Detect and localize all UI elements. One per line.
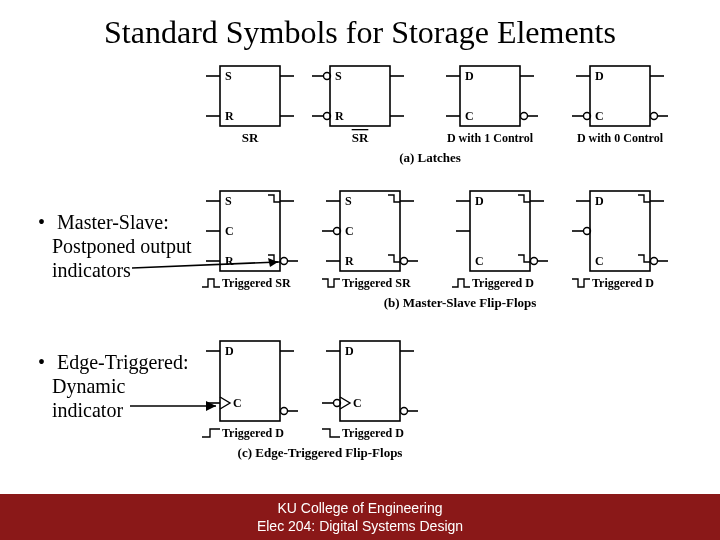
row-a-latches: S R SR S R SR D C D with 1 Cont: [200, 60, 720, 170]
pin-r: R: [345, 254, 354, 268]
pin-c: C: [353, 396, 362, 410]
bubble-icon: [521, 113, 528, 120]
postponed-output-icon: [638, 255, 650, 262]
row-a-caption: (a) Latches: [399, 150, 461, 165]
pin-d: D: [475, 194, 484, 208]
svg-line-52: [132, 262, 278, 268]
dynamic-indicator-icon: [340, 397, 350, 409]
bullet-dot-icon: •: [38, 350, 52, 374]
bubble-icon: [651, 113, 658, 120]
pin-s: S: [335, 69, 342, 83]
ff-d-edge-pos: D C Triggered D: [202, 341, 298, 440]
row-b-master-slave: S C R Triggered SR S C R Triggered SR: [200, 185, 720, 315]
pin-s: S: [345, 194, 352, 208]
rising-edge-icon: [202, 429, 220, 437]
postponed-output-icon: [638, 195, 650, 202]
bubble-icon: [651, 258, 658, 265]
pin-c: C: [475, 254, 484, 268]
bubble-icon: [281, 408, 288, 415]
svg-marker-55: [206, 401, 216, 411]
pin-d: D: [595, 194, 604, 208]
postponed-output-icon: [388, 195, 400, 202]
pin-c: C: [225, 224, 234, 238]
footer: KU College of Engineering Elec 204: Digi…: [0, 494, 720, 540]
arrow-icon: [130, 398, 230, 414]
pulse-low-icon: [322, 279, 340, 287]
bullet-line: Edge-Triggered:: [57, 351, 188, 373]
footer-line: KU College of Engineering: [0, 499, 720, 517]
postponed-output-icon: [388, 255, 400, 262]
arrow-icon: [132, 258, 292, 278]
pin-c: C: [465, 109, 474, 123]
postponed-output-icon: [518, 195, 530, 202]
row-c-caption: (c) Edge-Triggered Flip-Flops: [238, 445, 403, 460]
bubble-icon: [401, 408, 408, 415]
bullet-line: Postponed output: [52, 235, 191, 257]
pin-s: S: [225, 194, 232, 208]
caption: Triggered D: [342, 426, 404, 440]
caption-sr: SR: [242, 130, 259, 145]
bullet-line: indicators: [52, 259, 131, 281]
slide-title: Standard Symbols for Storage Elements: [0, 14, 720, 51]
caption-d0: D with 0 Control: [577, 131, 664, 145]
latch-sr: S R SR: [206, 66, 294, 145]
latch-d0: D C D with 0 Control: [572, 66, 668, 145]
pin-d: D: [345, 344, 354, 358]
bullet-line: Master-Slave:: [57, 211, 169, 233]
svg-marker-53: [268, 258, 278, 267]
latch-d1: D C D with 1 Control: [446, 66, 538, 145]
pulse-low-icon: [572, 279, 590, 287]
postponed-output-icon: [268, 195, 280, 202]
caption: Triggered D: [222, 426, 284, 440]
caption: Triggered D: [592, 276, 654, 290]
ff-d-ms-neg: D C Triggered D: [572, 191, 668, 290]
pin-d: D: [595, 69, 604, 83]
bullet-dot-icon: •: [38, 210, 52, 234]
ff-d-edge-neg: D C Triggered D: [322, 341, 418, 440]
pin-c: C: [595, 254, 604, 268]
footer-line: Elec 204: Digital Systems Design: [0, 517, 720, 535]
bubble-icon: [401, 258, 408, 265]
caption: Triggered SR: [342, 276, 411, 290]
ff-sr-ms-neg: S C R Triggered SR: [322, 191, 418, 290]
caption: Triggered SR: [222, 276, 291, 290]
bullet-line: Dynamic: [52, 375, 125, 397]
row-b-caption: (b) Master-Slave Flip-Flops: [384, 295, 537, 310]
caption-sr-bar: SR: [352, 130, 369, 145]
postponed-output-icon: [518, 255, 530, 262]
pulse-high-icon: [202, 279, 220, 287]
ff-d-ms: D C Triggered D: [452, 191, 548, 290]
pin-c: C: [233, 396, 242, 410]
pin-s: S: [225, 69, 232, 83]
pin-d: D: [465, 69, 474, 83]
pin-c: C: [595, 109, 604, 123]
pin-r: R: [225, 109, 234, 123]
latch-sr-bar: S R SR: [312, 66, 404, 145]
caption-d1: D with 1 Control: [447, 131, 534, 145]
pin-r: R: [335, 109, 344, 123]
bullet-line: indicator: [52, 399, 123, 421]
caption: Triggered D: [472, 276, 534, 290]
bubble-icon: [531, 258, 538, 265]
falling-edge-icon: [322, 429, 340, 437]
pin-d: D: [225, 344, 234, 358]
pulse-high-icon: [452, 279, 470, 287]
row-c-edge-triggered: D C Triggered D D C Triggered D (c) Edge…: [200, 335, 520, 465]
pin-c: C: [345, 224, 354, 238]
